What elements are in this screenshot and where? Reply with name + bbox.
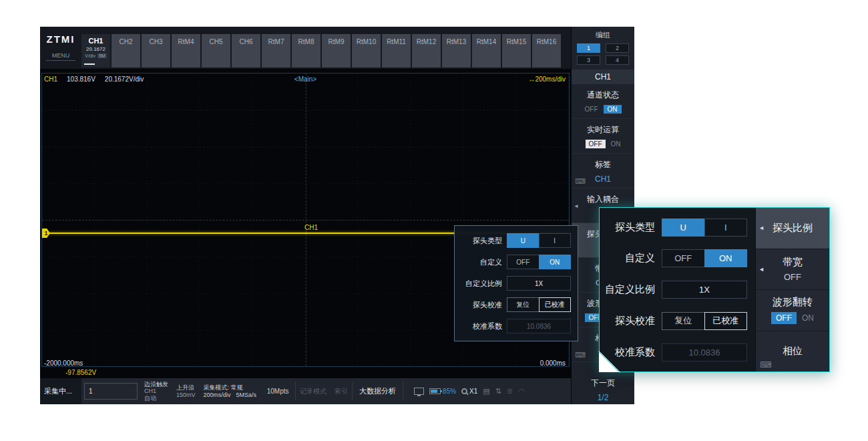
tab-rtm8[interactable]: RtM8 xyxy=(292,34,320,67)
battery-icon xyxy=(429,388,441,394)
page-indicator: 1/2 xyxy=(572,393,634,402)
menu-item-label[interactable]: ⌨ 标签 CH1 xyxy=(572,154,634,188)
trigger-position-box: 1 xyxy=(84,383,138,400)
tab-ch6[interactable]: CH6 xyxy=(232,34,260,67)
group-button-1[interactable]: 1 xyxy=(577,43,600,53)
coefficient-row: 校准系数 10.0836 xyxy=(461,317,571,335)
expand-left-icon: ◄ xyxy=(758,225,765,231)
menu-item-next-page[interactable]: 下一页 1/2 xyxy=(572,372,634,404)
custom-row: 自定义 OFF ON xyxy=(461,253,571,271)
calibration-done-button[interactable]: 已校准 xyxy=(704,312,748,330)
menu-item-phase[interactable]: ⌨ 相位 xyxy=(756,331,829,372)
zoom-indicator: X1 xyxy=(461,388,477,395)
bandwidth-value: OFF xyxy=(784,272,801,282)
probe-type-i-button[interactable]: I xyxy=(539,233,572,248)
tab-ch1-memory: 5M xyxy=(97,53,107,58)
view-mode-label: <Main> xyxy=(40,76,571,83)
tab-ch1-indicator xyxy=(84,63,95,65)
menu-item-invert[interactable]: 波形翻转 OFF ON xyxy=(756,290,829,331)
invert-off[interactable]: OFF xyxy=(771,312,797,324)
menu-item-bandwidth[interactable]: ◄ 带宽 OFF xyxy=(756,249,829,291)
tab-ch1-scale: 20.1672 xyxy=(81,46,110,52)
tab-rtm12[interactable]: RtM12 xyxy=(412,34,441,67)
memory-depth: 10Mpts xyxy=(260,378,295,404)
channel-status-on[interactable]: ON xyxy=(604,105,622,114)
acquisition-status: 采集中... xyxy=(40,378,81,404)
channel-status-off[interactable]: OFF xyxy=(585,106,598,113)
wifi-icon: ◠ xyxy=(518,387,525,396)
trigger-mode: 自动 xyxy=(144,395,168,402)
realtime-math-on[interactable]: ON xyxy=(611,140,621,148)
tab-rtm10[interactable]: RtM10 xyxy=(352,34,381,67)
callout-soft-menu: ◄ 探头比例 ◄ 带宽 OFF 波形翻转 OFF ON ⌨ 相位 xyxy=(755,208,829,372)
tab-rtm16[interactable]: RtM16 xyxy=(532,34,561,67)
lan-icon: ≣ xyxy=(507,387,513,396)
custom-off-button[interactable]: OFF xyxy=(507,255,539,269)
menu-button[interactable]: MENU xyxy=(46,52,75,61)
tab-rtm9[interactable]: RtM9 xyxy=(322,34,351,67)
record-mode-button[interactable]: 记录模式 xyxy=(296,378,331,404)
probe-type-row: 探头类型 U I xyxy=(605,216,747,239)
trigger-info: 边沿触发 CH1 自动 xyxy=(140,378,172,404)
sd-card-icon: ▤ xyxy=(483,387,489,396)
status-bar: 采集中... 1 边沿触发 CH1 自动 上升沿 150mV 采集模式: 常规 … xyxy=(40,378,571,404)
timebase-readout: ↔200ms/div xyxy=(528,76,566,83)
channel-tabs: CH1 20.1672 V/div 5M CH2 CH3 RtM4 CH5 CH… xyxy=(81,27,571,69)
calibration-reset-button[interactable]: 复位 xyxy=(507,297,539,312)
group-button-3[interactable]: 3 xyxy=(577,55,600,65)
tab-rtm13[interactable]: RtM13 xyxy=(442,34,471,67)
calibration-row: 探头校准 复位 已校准 xyxy=(461,296,571,313)
probe-type-i-button[interactable]: I xyxy=(704,218,748,237)
custom-on-button[interactable]: ON xyxy=(539,255,572,269)
probe-type-u-button[interactable]: U xyxy=(507,233,539,248)
index-button[interactable]: 索引 xyxy=(331,378,352,404)
keyboard-icon: ⌨ xyxy=(760,360,771,370)
tab-ch1[interactable]: CH1 20.1672 V/div 5M xyxy=(81,34,110,67)
trace-label: CH1 xyxy=(304,224,318,231)
group-button-4[interactable]: 4 xyxy=(606,55,629,65)
tab-rtm15[interactable]: RtM15 xyxy=(502,34,531,67)
tab-ch1-unit: V/div xyxy=(85,53,95,58)
trigger-source: CH1 xyxy=(144,388,168,395)
custom-off-button[interactable]: OFF xyxy=(662,249,705,267)
battery-percent: 85% xyxy=(443,388,456,395)
tab-ch3[interactable]: CH3 xyxy=(142,34,170,67)
calibration-reset-button[interactable]: 复位 xyxy=(662,312,705,330)
tab-rtm11[interactable]: RtM11 xyxy=(382,34,411,67)
magnifier-icon xyxy=(461,388,467,394)
timebase-arrows-icon: ↔ xyxy=(528,76,535,83)
group-button-2[interactable]: 2 xyxy=(606,43,629,53)
tab-rtm14[interactable]: RtM14 xyxy=(472,34,501,67)
tab-ch5[interactable]: CH5 xyxy=(202,34,230,67)
probe-settings-popup: 探头类型 U I 自定义 OFF ON 自定义比例 1X 探头校准 复位 已校准 xyxy=(454,225,578,341)
calibration-done-button[interactable]: 已校准 xyxy=(539,297,572,312)
custom-ratio-value[interactable]: 1X xyxy=(507,276,571,291)
timebase-value: 200ms/div xyxy=(535,76,566,83)
custom-on-button[interactable]: ON xyxy=(704,249,748,267)
edge-slope: 上升沿 xyxy=(176,384,196,392)
top-bar: ZTMI MENU CH1 20.1672 V/div 5M CH2 CH3 R… xyxy=(40,27,571,69)
custom-ratio-row: 自定义比例 1X xyxy=(605,279,747,301)
invert-on[interactable]: ON xyxy=(802,313,814,323)
display-icon xyxy=(414,388,424,395)
menu-item-channel-status[interactable]: 通道状态 OFF ON xyxy=(572,84,634,119)
menu-item-probe-ratio[interactable]: ◄ 探头比例 xyxy=(756,208,829,249)
tab-rtm4[interactable]: RtM4 xyxy=(172,34,200,67)
group-section: 编组 1 2 3 4 xyxy=(572,27,634,69)
oscilloscope-screen: ZTMI MENU CH1 20.1672 V/div 5M CH2 CH3 R… xyxy=(40,27,634,404)
probe-type-row: 探头类型 U I xyxy=(461,232,571,249)
probe-type-u-button[interactable]: U xyxy=(662,218,705,237)
menu-item-realtime-math[interactable]: 实时运算 OFF ON xyxy=(572,119,634,154)
big-data-analysis-button[interactable]: 大数据分析 xyxy=(353,378,403,404)
tab-ch2[interactable]: CH2 xyxy=(112,34,140,67)
custom-ratio-value[interactable]: 1X xyxy=(662,281,747,299)
tab-ch1-label: CH1 xyxy=(81,37,110,45)
acquire-timebase: 200ms/div xyxy=(204,392,231,399)
realtime-math-off[interactable]: OFF xyxy=(586,140,606,148)
readout-right-time: 0.000ms xyxy=(540,359,566,367)
panel-channel-header: CH1 xyxy=(572,69,634,84)
coefficient-value: 10.0836 xyxy=(662,343,747,361)
usb-icon: ⇅ xyxy=(495,387,501,396)
keyboard-icon: ⌨ xyxy=(575,177,586,186)
tab-rtm7[interactable]: RtM7 xyxy=(262,34,290,67)
